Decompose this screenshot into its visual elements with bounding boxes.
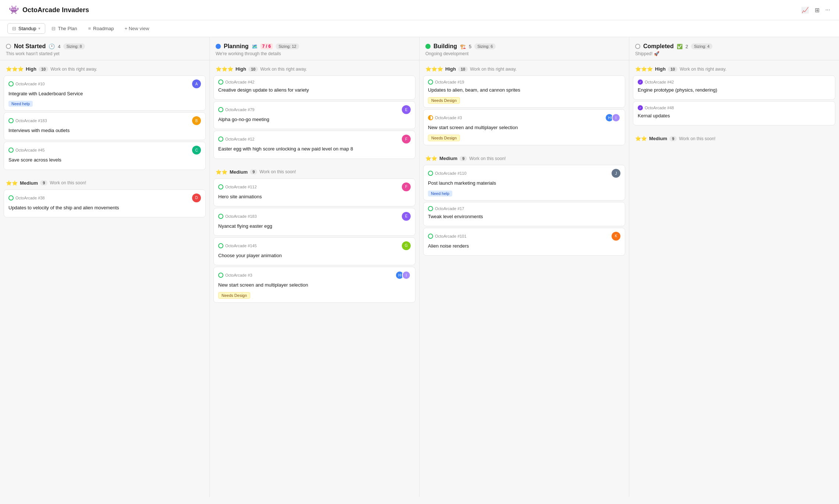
status-circle-green [8, 81, 14, 86]
column-building: Building 🏗️ 5 Sizing: 6 Ongoing developm… [420, 37, 629, 497]
new-view-button[interactable]: + New view [120, 24, 153, 33]
card-pl-3[interactable]: OctoArcade #3 H I New start screen and m… [213, 267, 415, 303]
column-building-header: Building 🏗️ 5 Sizing: 6 Ongoing developm… [420, 37, 629, 60]
not-started-high-group: ⭐⭐⭐ High 10 Work on this right away. Oct… [0, 60, 209, 174]
card-pl-3-meta: OctoArcade #3 H I [218, 271, 411, 280]
header-actions: 📈 ⊞ ··· [801, 7, 830, 14]
planning-fraction: 7 / 6 [261, 43, 273, 49]
card-ns-183[interactable]: OctoArcade #183 B Interviews with media … [4, 112, 206, 140]
card-bl-101-title: Alien noise renders [428, 243, 620, 249]
card-pl-145-id: OctoArcade #145 [218, 243, 257, 248]
card-pl-12-id: OctoArcade #12 [218, 136, 255, 142]
card-pl-79-title: Alpha go-no-go meeting [218, 116, 411, 123]
card-bl-101[interactable]: OctoArcade #101 K Alien noise renders [423, 228, 625, 256]
building-medium-group: ⭐⭐ Medium 9 Work on this soon! OctoArcad… [420, 150, 629, 260]
card-pl-79-id: OctoArcade #79 [218, 107, 255, 112]
building-emoji: 🏗️ [460, 44, 466, 49]
completed-count: 2 [686, 44, 688, 49]
card-bl-110[interactable]: OctoArcade #110 J Post launch marketing … [423, 165, 625, 200]
card-ns-183-meta: OctoArcade #183 B [8, 116, 201, 125]
card-pl-42[interactable]: OctoArcade #42 Creative design update to… [213, 75, 415, 100]
card-pl-183-title: Nyancat flying easter egg [218, 223, 411, 230]
medium-label: Medium [20, 180, 38, 186]
card-co-48[interactable]: OctoArcade #48 Kernal updates [633, 101, 835, 125]
card-ns-45-id: OctoArcade #45 [8, 148, 45, 153]
status-bl-19 [428, 79, 433, 85]
tab-roadmap[interactable]: ≡ Roadmap [83, 23, 118, 34]
column-planning-header: Planning 🗺️ 7 / 6 Sizing: 12 We're worki… [210, 37, 419, 60]
completed-subtitle: Shipped! 🚀 [635, 51, 833, 56]
more-icon[interactable]: ··· [825, 7, 830, 13]
planning-emoji: 🗺️ [252, 44, 258, 49]
badge-need-help-bl110: Need help [428, 191, 452, 196]
card-pl-12[interactable]: OctoArcade #12 F Easter egg with high sc… [213, 131, 415, 159]
medium-emoji: ⭐⭐ [6, 180, 18, 186]
completed-high-label: ⭐⭐⭐ High 10 Work on this right away. [629, 63, 839, 74]
planning-sizing: Sizing: 12 [276, 43, 299, 49]
avatar-bl-101: K [612, 232, 620, 241]
status-co-42 [638, 79, 643, 85]
card-pl-12-meta: OctoArcade #12 F [218, 135, 411, 143]
building-high-label: ⭐⭐⭐ High 10 Work on this right away. [420, 63, 629, 74]
badge-needs-design-bl3: Needs Design [428, 135, 460, 141]
high-label: High [26, 66, 36, 72]
not-started-title: Not Started [14, 43, 46, 50]
medium-count: 9 [40, 180, 47, 185]
completed-dot [635, 44, 640, 49]
status-pl-145 [218, 243, 223, 248]
high-priority-label: ⭐⭐⭐ High 10 Work on this right away. [0, 63, 209, 74]
avatar-pl-12: F [402, 135, 411, 143]
grid-icon[interactable]: ⊞ [815, 7, 819, 14]
tab-the-plan[interactable]: ⊟ The Plan [47, 23, 82, 34]
card-co-48-meta: OctoArcade #48 [638, 105, 831, 110]
not-started-subtitle: This work hasn't started yet [6, 51, 203, 56]
card-ns-45[interactable]: OctoArcade #45 C Save score across level… [4, 142, 206, 170]
chart-icon[interactable]: 📈 [801, 7, 809, 14]
status-pl-3 [218, 273, 223, 278]
card-pl-112-meta: OctoArcade #112 F [218, 182, 411, 191]
avatar-pl-79: E [402, 105, 411, 114]
avatar-bl-3b: I [612, 113, 620, 122]
planning-subtitle: We're working through the details [216, 51, 413, 56]
building-sizing: Sizing: 6 [474, 43, 496, 49]
card-co-42[interactable]: OctoArcade #42 Engine prototype (physics… [633, 75, 835, 100]
status-pl-42 [218, 79, 223, 85]
badge-need-help: Need help [8, 101, 33, 107]
not-started-medium-group: ⭐⭐ Medium 9 Work on this soon! OctoArcad… [0, 174, 209, 222]
card-bl-3[interactable]: OctoArcade #3 H I New start screen and m… [423, 109, 625, 145]
status-pl-79 [218, 107, 223, 112]
avatar-pl-112: F [402, 182, 411, 191]
card-pl-183-meta: OctoArcade #183 E [218, 212, 411, 221]
building-high-group: ⭐⭐⭐ High 10 Work on this right away. Oct… [420, 60, 629, 150]
card-pl-183[interactable]: OctoArcade #183 E Nyancat flying easter … [213, 208, 415, 236]
card-ns-183-title: Interviews with media outlets [8, 127, 201, 134]
kanban-board: Not Started 🕐 4 Sizing: 8 This work hasn… [0, 37, 839, 497]
tab-standup[interactable]: ⊟ Standup ▾ [7, 23, 45, 34]
card-bl-19-id: OctoArcade #19 [428, 79, 464, 85]
card-co-42-id: OctoArcade #42 [638, 79, 674, 85]
card-bl-17[interactable]: OctoArcade #17 Tweak level environments [423, 202, 625, 226]
planning-medium-group: ⭐⭐ Medium 9 Work on this soon! OctoArcad… [210, 163, 419, 308]
card-pl-112[interactable]: OctoArcade #112 F Hero site animations [213, 178, 415, 206]
status-circle-green-2 [8, 118, 14, 123]
new-view-label: + New view [124, 26, 149, 31]
avatar-ns-183: B [192, 116, 201, 125]
card-bl-110-title: Post launch marketing materials [428, 180, 620, 187]
planning-high-label: ⭐⭐⭐ High 10 Work on this right away. [210, 63, 419, 74]
planning-title: Planning [224, 43, 249, 50]
card-pl-145[interactable]: OctoArcade #145 G Choose your player ani… [213, 237, 415, 265]
card-bl-17-title: Tweak level environments [428, 213, 620, 220]
card-ns-38[interactable]: OctoArcade #38 D Updates to velocity of … [4, 189, 206, 217]
card-bl-110-id: OctoArcade #110 [428, 171, 467, 176]
status-pl-12 [218, 136, 223, 142]
avatar-group-pl-3: H I [395, 271, 411, 280]
high-count: 10 [39, 67, 48, 72]
card-pl-183-id: OctoArcade #183 [218, 214, 257, 219]
card-pl-79[interactable]: OctoArcade #79 E Alpha go-no-go meeting [213, 101, 415, 129]
card-bl-101-id: OctoArcade #101 [428, 234, 467, 239]
card-bl-19[interactable]: OctoArcade #19 Updates to alien, beam, a… [423, 75, 625, 108]
tab-roadmap-icon: ≡ [88, 26, 91, 31]
card-pl-42-meta: OctoArcade #42 [218, 79, 411, 85]
card-ns-10[interactable]: OctoArcade #10 A Integrate with Leaderbo… [4, 75, 206, 111]
status-bl-101 [428, 234, 433, 239]
